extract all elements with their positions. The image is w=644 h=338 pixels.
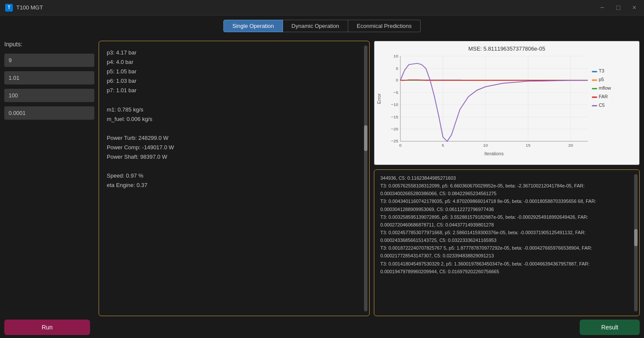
app-icon: T [5, 4, 13, 12]
main-content: Inputs: p3: 4.17 bar p4: 4.0 bar p5: 1.0… [0, 36, 644, 316]
inputs-label: Inputs: [4, 41, 94, 48]
svg-text:Iterations: Iterations [485, 151, 504, 156]
log-scrollbar[interactable] [634, 174, 638, 311]
run-button[interactable]: Run [4, 320, 90, 335]
svg-rect-35 [592, 79, 597, 81]
tab-econmical-predictions[interactable]: Econmical Predictions [348, 20, 421, 32]
input-field-4[interactable] [4, 106, 94, 120]
svg-text:0: 0 [396, 78, 398, 82]
svg-text:FAR: FAR [599, 94, 608, 99]
titlebar: T T100 MGT − □ × [0, 0, 644, 15]
tabbar: Single Operation Dynamic Operation Econm… [0, 15, 644, 36]
svg-rect-37 [592, 88, 597, 89]
svg-text:C5: C5 [599, 103, 605, 108]
svg-text:−25: −25 [391, 139, 398, 143]
output-scrollbar-thumb [364, 125, 367, 151]
svg-rect-33 [592, 71, 597, 72]
output-scrollbar[interactable] [364, 45, 367, 311]
svg-rect-39 [592, 97, 597, 98]
svg-text:0: 0 [399, 143, 402, 148]
app-title: T100 MGT [16, 4, 43, 11]
svg-text:−5: −5 [393, 90, 398, 95]
input-field-1[interactable] [4, 54, 94, 67]
bottombar: Run Result [0, 316, 644, 338]
log-scrollbar-thumb [634, 229, 638, 246]
svg-text:mflow: mflow [599, 85, 611, 91]
output-box: p3: 4.17 bar p4: 4.0 bar p5: 1.05 bar p6… [99, 41, 370, 316]
svg-text:Error: Error [376, 94, 382, 104]
sidebar: Inputs: [4, 36, 94, 316]
tab-dynamic-operation[interactable]: Dynamic Operation [283, 20, 348, 32]
svg-text:MSE: 5.811196357377806e-05: MSE: 5.811196357377806e-05 [468, 45, 545, 52]
chart-box: MSE: 5.811196357377806e-05 [374, 41, 640, 165]
svg-text:−10: −10 [391, 102, 398, 107]
input-field-3[interactable] [4, 89, 94, 102]
minimize-button[interactable]: − [598, 3, 607, 12]
chart-svg: MSE: 5.811196357377806e-05 [374, 41, 639, 165]
svg-text:−20: −20 [391, 127, 398, 131]
result-button[interactable]: Result [580, 320, 640, 335]
svg-text:10: 10 [483, 143, 488, 148]
svg-text:15: 15 [526, 143, 531, 148]
tab-single-operation[interactable]: Single Operation [223, 20, 283, 32]
log-content: 344936, C5: 0.11623844985271603 T3: 0.00… [380, 174, 633, 275]
center-panel: p3: 4.17 bar p4: 4.0 bar p5: 1.05 bar p6… [99, 36, 370, 316]
svg-text:p5: p5 [599, 77, 604, 82]
svg-text:T3: T3 [599, 68, 605, 73]
svg-text:5: 5 [396, 66, 398, 71]
close-button[interactable]: × [630, 3, 639, 12]
input-field-2[interactable] [4, 71, 94, 84]
svg-text:10: 10 [394, 54, 399, 58]
maximize-button[interactable]: □ [614, 3, 623, 12]
log-box: 344936, C5: 0.11623844985271603 T3: 0.00… [374, 169, 640, 316]
titlebar-left: T T100 MGT [5, 4, 43, 12]
svg-rect-41 [592, 105, 597, 106]
svg-text:5: 5 [442, 143, 444, 148]
svg-text:20: 20 [568, 143, 573, 148]
right-panel: MSE: 5.811196357377806e-05 [374, 36, 640, 316]
svg-text:−15: −15 [391, 115, 398, 119]
output-content: p3: 4.17 bar p4: 4.0 bar p5: 1.05 bar p6… [107, 48, 361, 190]
titlebar-controls: − □ × [598, 3, 639, 12]
